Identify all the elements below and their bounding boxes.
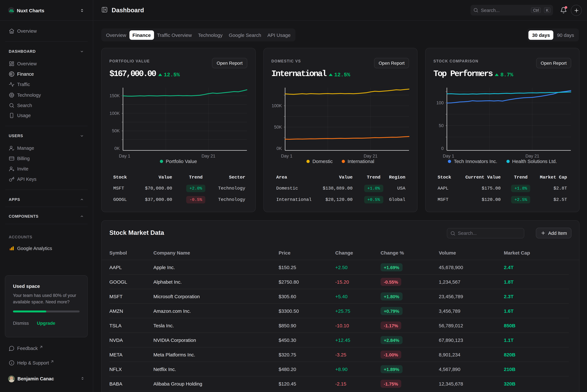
svg-text:0K: 0K — [276, 146, 282, 151]
svg-text:Day 1: Day 1 — [281, 154, 292, 158]
svg-text:50K: 50K — [112, 128, 120, 133]
svg-text:Day 1: Day 1 — [119, 154, 130, 158]
svg-text:Day 21: Day 21 — [525, 154, 539, 158]
svg-text:100: 100 — [436, 100, 444, 105]
svg-text:0: 0 — [441, 146, 444, 151]
svg-text:50: 50 — [439, 123, 444, 128]
svg-text:Day 21: Day 21 — [201, 154, 215, 158]
svg-text:50K: 50K — [274, 125, 282, 130]
svg-text:Day 1: Day 1 — [443, 154, 454, 158]
svg-text:Day 21: Day 21 — [364, 154, 377, 158]
svg-text:0K: 0K — [114, 146, 120, 151]
svg-text:150K: 150K — [110, 93, 120, 98]
svg-text:100K: 100K — [110, 111, 120, 116]
svg-text:100K: 100K — [272, 103, 282, 108]
